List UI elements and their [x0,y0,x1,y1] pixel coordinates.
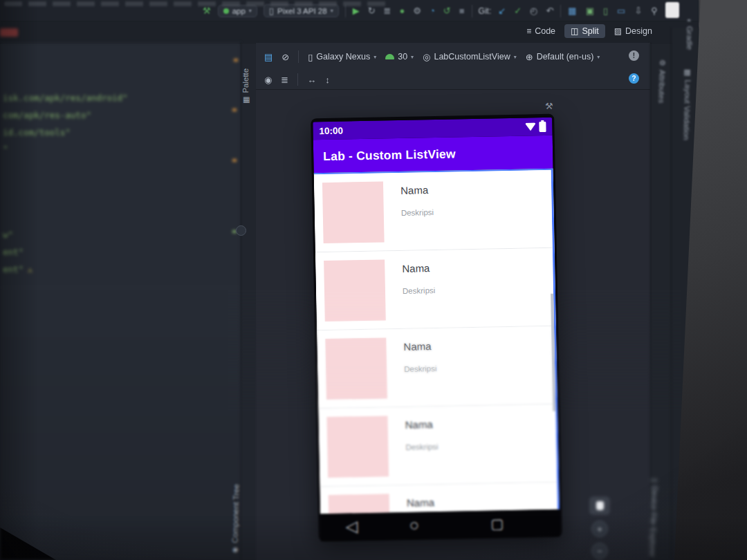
main-toolbar: ⚒ app ▾ ▯ Pixel 3 API 28 ▾ ▶ ↻ ≣ ● ⚙ ◔ [0,0,699,22]
git-update-icon[interactable]: ↙ [497,6,506,16]
code-string: w" [3,230,13,240]
rerun-debug-icon[interactable]: ↺ [443,6,452,16]
globe-icon: ⊕ [526,53,533,62]
file-tab[interactable] [0,28,18,37]
git-commit-icon[interactable]: ✓ [513,6,522,16]
run-actions-group: ▶ ↻ ≣ ● ⚙ ◔ ↺ ■ [352,6,465,16]
design-toolbar-row1: ▤ ⊘ ▯ Galaxy Nexus ▾ 30 ▾ ◎ LabCustomLis… [256,43,650,71]
theme-dropdown-label: LabCustomListView [434,52,510,62]
item-image-placeholder [325,337,387,400]
toolbar-separator [472,5,472,17]
item-text: Nama Deskripsi [407,493,441,514]
theme-icon: ◎ [423,53,430,62]
listview[interactable]: Nama Deskripsi Nama Deskripsi [314,169,560,514]
tool-icons-group: ▦ ▣ ▯ ▭ ⇩ ⚲ [567,6,658,16]
run-config-select[interactable]: app ▾ [218,5,257,17]
design-toolbar-row2: ◉ ≣ ↔ ↕ [256,71,650,88]
code-string: isk.com/apk/res/android" [3,93,128,103]
gradle-icon: ◖ [686,18,694,23]
chevron-down-icon: ▾ [249,8,252,14]
item-title: Nama [403,340,436,353]
xml-code: isk.com/apk/res/android" com/apk/res-aut… [3,90,132,279]
help-icon[interactable]: ? [629,73,639,84]
run-icon[interactable]: ▶ [352,6,360,16]
battery-icon [539,122,546,132]
code-line: w" [3,227,132,244]
run-config-status-icon [223,8,229,14]
device-preview[interactable]: 10:00 Lab - Custom ListView [311,114,562,542]
avd-manager-icon[interactable]: ▭ [616,6,626,16]
code-string: com/apk/res-auto" [3,110,91,120]
list-item[interactable]: Nama Deskripsi [314,170,553,253]
api-version-dropdown[interactable]: 30 ▾ [385,52,414,62]
notifications-icon[interactable] [665,2,679,18]
component-tree-label: Component Tree [230,484,240,543]
design-surface[interactable]: ⚒ 10:00 Lab - Custom ListView [256,90,650,560]
list-item[interactable]: Nama Deskripsi [317,326,555,409]
view-options-icon[interactable]: ◉ [264,75,272,84]
profiler-icon[interactable]: ◔ [429,6,436,16]
wifi-icon [525,122,535,131]
code-line [3,158,132,176]
search-icon[interactable]: ⚲ [650,6,658,16]
device-manager-icon[interactable]: ▯ [602,6,609,16]
git-history-icon[interactable]: ◴ [529,6,538,16]
xml-code-editor[interactable]: isk.com/apk/res/android" com/apk/res-aut… [0,43,241,560]
error-stripe-mark[interactable] [232,109,237,111]
attributes-label: Attributes [657,70,666,104]
git-revert-icon[interactable]: ↶ [545,6,554,16]
disable-tools-icon[interactable]: ⊘ [282,53,289,62]
code-string: " [3,144,8,154]
sdk-manager-icon[interactable]: ⇩ [634,6,643,16]
theme-dropdown[interactable]: ◎ LabCustomListView ▾ [423,52,517,62]
editor-design-splitter[interactable] [241,43,257,560]
list-item[interactable]: Nama Deskripsi [318,404,557,487]
gradle-label: Gradle [685,26,694,50]
splitter-toggle-icon[interactable] [236,225,246,236]
apply-code-changes-icon[interactable]: ≣ [383,6,392,16]
apply-changes-icon[interactable]: ↻ [367,6,376,16]
editor-mode-tabs: ≡ Code ◫ Split ▨ Design [520,24,658,38]
orientation-horizontal-icon[interactable]: ↔ [307,75,316,84]
list-item[interactable]: Nama Deskripsi [315,248,554,331]
orientation-vertical-icon[interactable]: ↕ [325,75,330,84]
nav-home-icon: ○ [409,517,419,534]
layout-variants-icon[interactable]: ≣ [281,75,288,84]
sidebar-tab-gradle[interactable]: ◖ Gradle [685,18,694,50]
sidebar-tab-attributes[interactable]: ⚙ Attributes [657,59,667,104]
code-line: id.com/tools" [3,124,132,142]
debug-bug-icon[interactable]: ● [398,6,405,16]
pan-button[interactable] [589,496,610,515]
toolbar-separator [560,5,561,17]
mode-tab-icon: ◫ [571,27,578,35]
locale-dropdown[interactable]: ⊕ Default (en-us) ▾ [526,52,600,62]
item-title: Nama [400,184,434,196]
project-structure-icon[interactable]: ▦ [567,6,577,16]
item-text: Nama Deskripsi [402,259,436,328]
stop-icon[interactable]: ■ [459,6,465,16]
phone-icon: ▯ [269,6,274,15]
build-hammer-icon[interactable]: ⚒ [202,6,212,16]
item-image-placeholder [329,494,391,514]
wrench-icon[interactable]: ⚒ [545,101,553,111]
item-title: Nama [402,262,435,274]
profiler-attach-icon[interactable]: ⚙ [412,6,422,16]
design-surface-icon[interactable]: ▤ [264,53,273,62]
info-icon[interactable]: ! [629,50,639,61]
device-dropdown[interactable]: ▯ Galaxy Nexus ▾ [308,52,376,62]
list-item[interactable]: Nama Deskripsi [320,483,558,514]
mode-tab-icon: ▨ [614,27,622,35]
item-description: Deskripsi [405,442,439,451]
zoom-in-button[interactable]: + [591,521,608,537]
logcat-icon[interactable]: ▣ [585,6,595,16]
toolbar-separator [297,73,298,86]
device-select-label: Pixel 3 API 28 [277,7,327,15]
nav-recents-icon: ▢ [490,516,504,530]
zoom-out-button[interactable]: − [591,543,608,559]
error-stripe-mark[interactable] [234,59,238,62]
sidebar-tab-palette[interactable]: ▦ Palette [241,68,250,104]
error-stripe-mark[interactable] [232,159,237,162]
chevron-down-icon: ▾ [374,54,376,60]
item-title: Nama [407,496,440,509]
android-studio-window: ⚒ app ▾ ▯ Pixel 3 API 28 ▾ ▶ ↻ ≣ ● ⚙ ◔ [0,0,699,560]
